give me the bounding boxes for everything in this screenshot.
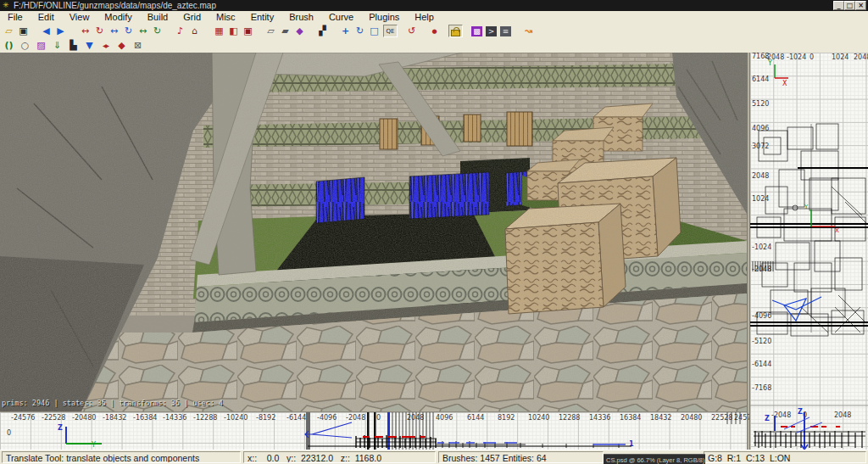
csg-subtract-icon[interactable]: ◧	[226, 25, 241, 37]
menu-bar: File Edit View Modify Build Grid Misc En…	[0, 11, 868, 25]
grid-snap-icon[interactable]: ▦	[212, 25, 226, 37]
close-button[interactable]: ×	[855, 1, 866, 10]
drop-entity-icon[interactable]: ⇓	[50, 39, 64, 52]
window-title: F:/HD/F/ONLINE/gunzmaps/data/maps/de_azt…	[14, 0, 216, 11]
menu-entity[interactable]: Entity	[243, 11, 282, 24]
restore-button[interactable]: □	[844, 1, 855, 10]
background-photoshop-titlebar[interactable]: CS.psd @ 66.7% (Layer 8, RGB/8) *	[604, 454, 705, 464]
home-icon[interactable]: ⌂	[187, 25, 202, 37]
side-view-wireframe	[0, 412, 747, 450]
save-icon[interactable]: ▣	[16, 25, 31, 37]
hollow-icon[interactable]: ▣	[241, 25, 255, 37]
undo-icon[interactable]: ◀	[39, 25, 53, 37]
menu-view[interactable]: View	[62, 11, 97, 24]
status-brush-counts: Brushes: 1457 Entities: 64	[438, 451, 604, 463]
render-stats-overlay: prims: 2946 | states: 35 | transforms: 3…	[2, 399, 223, 407]
menu-misc[interactable]: Misc	[209, 11, 243, 24]
side-2d-view[interactable]: -24576 -22528 -20480 -18432 -16384 -1433…	[0, 411, 747, 450]
texture-pin-icon[interactable]: ●	[427, 25, 442, 37]
menu-brush[interactable]: Brush	[281, 11, 321, 24]
status-coordinates: x:: 0.0 y:: 22312.0 z:: 1168.0	[243, 451, 436, 463]
texture-mode-icon[interactable]: ▨	[34, 39, 48, 52]
menu-grid[interactable]: Grid	[175, 11, 209, 24]
secondary-toolbar: () ○ ▨ ⇓ ▙ ▼ ◀▶ ◆ ⊠	[0, 38, 868, 53]
rotate-x-icon[interactable]: ↻	[92, 25, 107, 37]
move-down-icon[interactable]: ▼	[82, 39, 97, 52]
menu-help[interactable]: Help	[407, 11, 442, 24]
top-2d-view[interactable]: -2048 -1024 0 1024 2048 7168 6144 5120 4…	[749, 53, 868, 450]
cycle-capture-icon[interactable]: ()	[2, 39, 16, 52]
scale-tool-icon[interactable]: □	[367, 25, 381, 37]
status-grid-flags: G:8 R:1 C:13 L:ON	[704, 451, 866, 463]
menu-file[interactable]: File	[0, 11, 31, 24]
no-clip-icon[interactable]: ⊠	[131, 39, 145, 52]
entity-window-icon[interactable]: ≡	[500, 26, 511, 36]
flip-z-icon[interactable]: ↔	[136, 25, 150, 37]
smudge-icon[interactable]: ▙	[66, 39, 81, 52]
app-icon: ✳	[3, 0, 9, 11]
clip-split-icon[interactable]: ▰	[278, 25, 292, 37]
status-tool-hint: Translate Tool: translate objects and co…	[2, 451, 241, 463]
free-rotate-icon[interactable]: ↺	[404, 25, 419, 37]
vertex-edit-icon[interactable]: ◆	[292, 25, 307, 37]
translate-tool-icon[interactable]: +	[338, 25, 353, 37]
texture-lock-toggle[interactable]	[448, 25, 463, 37]
lock-shackle	[453, 27, 459, 32]
camera-3d-viewport[interactable]: prims: 2946 | states: 35 | transforms: 3…	[0, 53, 747, 411]
menu-plugins[interactable]: Plugins	[361, 11, 407, 24]
menu-build[interactable]: Build	[140, 11, 175, 24]
status-bar: Translate Tool: translate objects and co…	[0, 450, 868, 464]
open-file-icon[interactable]: ▱	[2, 25, 16, 37]
select-model-icon[interactable]: ♪	[173, 25, 187, 37]
aztec-scene	[0, 53, 747, 411]
qe-mode-toggle[interactable]: QE	[383, 25, 398, 37]
diamond-icon[interactable]: ◆	[114, 39, 129, 52]
rotate-tool-icon[interactable]: ↻	[353, 25, 367, 37]
top-view-wireframe	[750, 53, 868, 450]
redo-icon[interactable]: ▶	[53, 25, 68, 37]
mirror-icon[interactable]: ◀▶	[98, 39, 113, 52]
plugin-swoosh-icon[interactable]: ↝	[521, 25, 536, 37]
rotate-y-icon[interactable]: ↻	[121, 25, 136, 37]
menu-edit[interactable]: Edit	[31, 11, 62, 24]
main-toolbar: ▱ ▣ ◀ ▶ ↔ ↻ ↔ ↻ ↔ ↻ ♪ ⌂ ▦ ◧ ▣ ▱ ▰ ◆ ▞ + …	[0, 24, 868, 39]
flip-y-icon[interactable]: ↔	[107, 25, 121, 37]
menu-modify[interactable]: Modify	[97, 11, 139, 24]
menu-curve[interactable]: Curve	[321, 11, 361, 24]
title-bar: ✳ F:/HD/F/ONLINE/gunzmaps/data/maps/de_a…	[0, 0, 868, 11]
minimize-button[interactable]: _	[833, 1, 844, 10]
invert-selection-icon[interactable]: ▞	[315, 25, 330, 37]
rotate-z-icon[interactable]: ↻	[150, 25, 164, 37]
clipper-icon[interactable]: ▱	[264, 25, 278, 37]
freelook-icon[interactable]: ○	[18, 39, 32, 52]
texture-window-icon[interactable]: ▩	[471, 26, 482, 36]
console-window-icon[interactable]: >	[486, 26, 497, 36]
flip-x-icon[interactable]: ↔	[78, 25, 92, 37]
